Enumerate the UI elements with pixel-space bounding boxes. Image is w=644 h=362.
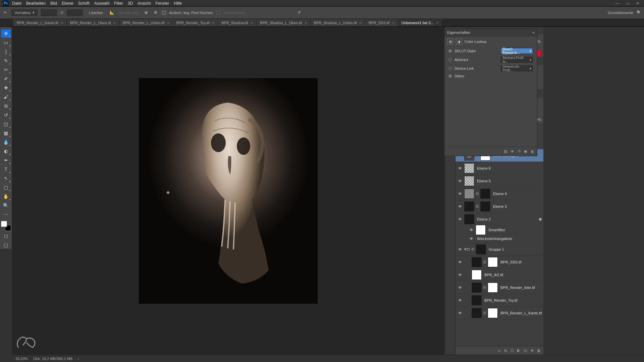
close-tab-icon[interactable]: × — [360, 21, 362, 25]
path-select-tool[interactable]: ↖ — [1, 174, 11, 182]
crop-tool-icon[interactable]: ✂ — [2, 10, 8, 16]
ratio-dropdown[interactable]: Verhältnis▾ — [11, 9, 38, 16]
document-tab[interactable]: Unbenannt1 bei 3...× — [398, 19, 442, 26]
layer-thumbnail[interactable] — [464, 163, 474, 173]
straighten-icon[interactable]: 📐 — [109, 10, 115, 16]
layer-thumbnail[interactable] — [472, 257, 482, 267]
layer-row[interactable]: 👁⛓BPR_SSS.tif — [455, 256, 543, 268]
crop-options-icon[interactable]: ⚙ — [153, 10, 159, 16]
quick-mask-toggle[interactable]: ◻ — [1, 232, 11, 240]
document-tab[interactable]: BPR_Render_Toy.tif× — [173, 19, 218, 26]
menu-fenster[interactable]: Fenster — [156, 1, 169, 6]
layer-thumbnail[interactable] — [464, 201, 474, 212]
brush-tool[interactable]: 🖌 — [1, 93, 11, 101]
layer-name[interactable]: BPR_Render_folie.tif — [500, 286, 535, 290]
group-toggle-icon[interactable]: ▾🗀 — [464, 247, 470, 251]
lasso-tool[interactable]: ⟆ — [1, 48, 11, 56]
close-tab-icon[interactable]: × — [392, 21, 394, 25]
layer-thumbnail[interactable] — [464, 214, 474, 224]
dodge-tool[interactable]: ◐ — [1, 147, 11, 155]
document-tab[interactable]: BPR_Shadow.tif× — [218, 19, 257, 26]
reset-icon[interactable]: ↺ — [518, 149, 521, 154]
new-layer-icon[interactable]: ⊕ — [531, 348, 534, 353]
delete-adjustment-icon[interactable]: 🗑 — [531, 149, 534, 154]
clear-button[interactable]: Löschen — [86, 10, 106, 15]
layer-thumbnail[interactable] — [464, 189, 474, 199]
visibility-toggle[interactable]: 👁 — [468, 228, 474, 232]
layer-row[interactable]: 👁BPR_Render_Toy.tif — [455, 294, 543, 307]
layer-name[interactable]: BPR_Render_Toy.tif — [484, 298, 518, 302]
new-group-icon[interactable]: 🗀 — [524, 349, 527, 353]
visibility-toggle[interactable]: 👁 — [457, 311, 463, 315]
move-tool[interactable]: ✥ — [1, 29, 11, 38]
layer-name[interactable]: Smartfilter — [488, 228, 505, 232]
layer-mask-thumbnail[interactable] — [488, 308, 498, 318]
status-arrow-icon[interactable]: › — [78, 357, 79, 361]
layer-name[interactable]: BPR_SSS.tif — [500, 260, 521, 264]
shape-tool[interactable]: ▢ — [1, 183, 11, 191]
document-tab[interactable]: BPR_SSS.tif× — [365, 19, 398, 26]
lut-dropdown[interactable]: DeviceLink-Profil...▾ — [501, 65, 533, 71]
layer-mask-thumbnail[interactable] — [480, 201, 490, 212]
visibility-toggle[interactable]: 👁 — [457, 286, 463, 290]
layer-thumbnail[interactable] — [472, 308, 482, 318]
overlay-grid-icon[interactable]: ⊞ — [143, 10, 149, 16]
lut-radio[interactable] — [448, 67, 452, 70]
close-button[interactable]: ✕ — [634, 1, 641, 6]
content-aware-checkbox[interactable] — [216, 11, 220, 15]
layer-name[interactable]: Ebene 2 — [477, 217, 491, 221]
zoom-tool[interactable]: 🔍 — [1, 201, 11, 209]
view-previous-icon[interactable]: 👁 — [511, 149, 514, 154]
pen-tool[interactable]: ✒ — [1, 156, 11, 164]
close-tab-icon[interactable]: × — [114, 21, 116, 25]
layer-name[interactable]: Ebene 6 — [477, 166, 491, 170]
visibility-toggle[interactable]: 👁 — [457, 204, 463, 208]
menu-filter[interactable]: Filter — [114, 1, 123, 6]
close-tab-icon[interactable]: × — [251, 21, 253, 25]
blur-tool[interactable]: 💧 — [1, 138, 11, 146]
layer-row[interactable]: 👁⛓BPR_Render_folie.tif — [455, 281, 543, 294]
crop-tool[interactable]: ✂ — [1, 66, 11, 74]
lut-dropdown[interactable]: Bleach Bypass.lo...▾ — [501, 48, 533, 54]
clip-to-layer-icon[interactable]: ▥ — [504, 149, 507, 154]
visibility-toggle[interactable]: 👁 — [457, 260, 463, 264]
close-tab-icon[interactable]: × — [305, 21, 307, 25]
layer-row[interactable]: 👁⛓BPR_Render_L_Kante.tif — [455, 307, 543, 319]
layer-mask-thumbnail[interactable] — [476, 244, 486, 254]
quick-select-tool[interactable]: ✎ — [1, 57, 11, 65]
document-tab[interactable]: BPR_Render_L_Unten.tif× — [119, 19, 173, 26]
menu-hilfe[interactable]: Hilfe — [174, 1, 182, 6]
healing-tool[interactable]: ✚ — [1, 84, 11, 92]
layer-name[interactable]: Weichzeichnergalerie — [477, 237, 512, 241]
ratio-height-input[interactable] — [67, 9, 83, 16]
lut-dropdown[interactable]: Abstract-Profil la...▾ — [501, 57, 533, 63]
canvas[interactable]: ✥ — [12, 27, 444, 355]
close-tab-icon[interactable]: × — [436, 21, 438, 25]
menu-3d[interactable]: 3D — [128, 1, 133, 6]
lut-radio[interactable] — [448, 49, 452, 53]
layer-row[interactable]: 👁▾🗀⛓Gruppe 1 — [455, 243, 543, 256]
marquee-tool[interactable]: ▭ — [1, 39, 11, 47]
visibility-toggle[interactable]: 👁 — [457, 247, 463, 251]
close-tab-icon[interactable]: × — [212, 21, 214, 25]
layer-row[interactable]: 👁BPR_AO.tif — [455, 268, 543, 281]
ratio-width-input[interactable] — [41, 9, 57, 16]
type-tool[interactable]: T — [1, 165, 11, 173]
hand-tool[interactable]: ✋ — [1, 192, 11, 200]
close-tab-icon[interactable]: × — [167, 21, 169, 25]
screen-mode-toggle[interactable]: ▢ — [1, 241, 11, 249]
visibility-toggle[interactable]: 👁 — [457, 217, 463, 221]
layer-name[interactable]: Ebene 5 — [477, 179, 491, 183]
search-icon[interactable]: 🔍 — [636, 10, 642, 16]
stamp-tool[interactable]: ⧉ — [1, 102, 11, 110]
layer-row[interactable]: 👁Smartfilter — [455, 226, 543, 234]
layer-mask-thumbnail[interactable] — [488, 283, 498, 293]
menu-datei[interactable]: Datei — [12, 1, 21, 6]
layer-style-icon[interactable]: fx — [504, 349, 507, 353]
eraser-tool[interactable]: ◫ — [1, 120, 11, 128]
menu-schrift[interactable]: Schrift — [78, 1, 90, 6]
swap-dimensions-icon[interactable]: ⇄ — [60, 10, 63, 15]
delete-layer-icon[interactable]: 🗑 — [537, 349, 541, 353]
maximize-button[interactable]: ▭ — [624, 1, 631, 6]
layer-row[interactable]: 👁⛓Ebene 4 — [455, 187, 543, 200]
